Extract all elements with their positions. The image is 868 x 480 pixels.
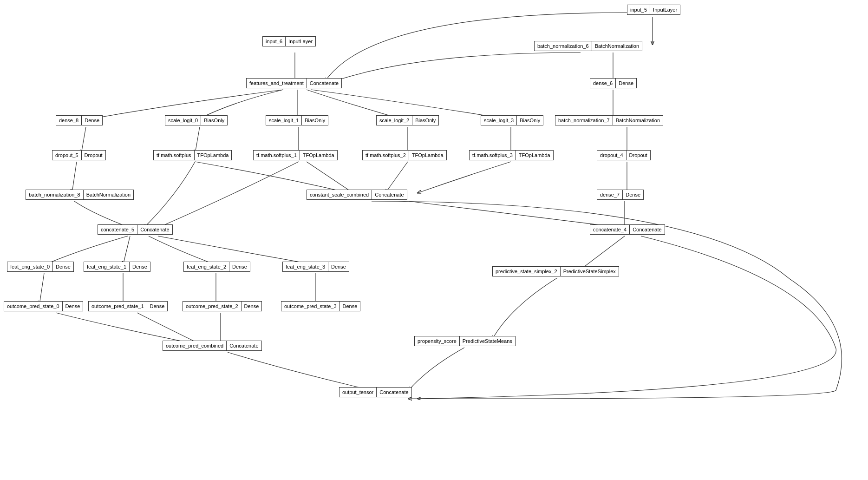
node-scale_logit_1-name: scale_logit_1 — [266, 116, 302, 125]
node-outcome_3-name: outcome_pred_state_3 — [281, 302, 340, 311]
node-tf_softplus_0: tf.math.softplus TFOpLambda — [153, 150, 232, 160]
node-dropout_5-name: dropout_5 — [52, 151, 82, 160]
node-scale_logit_1: scale_logit_1 BiasOnly — [266, 115, 328, 125]
node-outcome_0-name: outcome_pred_state_0 — [4, 302, 63, 311]
node-dense_6: dense_6 Dense — [590, 78, 637, 88]
node-concat_4: concatenate_4 Concatenate — [590, 224, 665, 235]
svg-line-18 — [39, 273, 44, 304]
node-feat_eng_0-name: feat_eng_state_0 — [7, 262, 53, 271]
node-output_tensor: output_tensor Concatenate — [339, 387, 412, 397]
node-batch_norm_6-name: batch_normalization_6 — [535, 41, 592, 51]
node-const_scale: constant_scale_combined Concatenate — [307, 190, 407, 200]
graph-container: input_6 InputLayer input_5 InputLayer ba… — [0, 0, 868, 480]
node-tf_softplus_0-name: tf.math.softplus — [154, 151, 195, 160]
node-features_concat: features_and_treatment Concatenate — [246, 78, 342, 88]
node-propensity-name: propensity_score — [415, 336, 460, 346]
node-dense_8: dense_8 Dense — [56, 115, 103, 125]
node-feat_eng_3: feat_eng_state_3 Dense — [282, 262, 349, 272]
node-input_6-type: InputLayer — [286, 37, 315, 46]
node-feat_eng_2-name: feat_eng_state_2 — [184, 262, 229, 271]
node-features_concat-type: Concatenate — [307, 79, 341, 88]
node-dense_7-type: Dense — [623, 190, 643, 199]
node-pred_simplex_2-type: PredictiveStateSimplex — [561, 267, 619, 276]
node-batch_norm_7-name: batch_normalization_7 — [555, 116, 613, 125]
node-outcome_2-name: outcome_pred_state_2 — [183, 302, 241, 311]
node-batch_norm_8: batch_normalization_8 BatchNormalization — [26, 190, 134, 200]
node-batch_norm_8-name: batch_normalization_8 — [26, 190, 84, 199]
node-dropout_5: dropout_5 Dropout — [52, 150, 106, 160]
node-feat_eng_1: feat_eng_state_1 Dense — [84, 262, 150, 272]
node-feat_eng_3-name: feat_eng_state_3 — [283, 262, 328, 271]
svg-line-12 — [307, 162, 353, 193]
node-outcome_combined-type: Concatenate — [227, 341, 261, 350]
node-tf_softplus_3: tf.math.softplus_3 TFOpLambda — [469, 150, 554, 160]
node-scale_logit_3-name: scale_logit_3 — [481, 116, 517, 125]
node-pred_simplex_2: predictive_state_simplex_2 PredictiveSta… — [492, 266, 619, 276]
node-batch_norm_7: batch_normalization_7 BatchNormalization — [555, 115, 663, 125]
node-outcome_combined-name: outcome_pred_combined — [163, 341, 227, 350]
node-feat_eng_1-name: feat_eng_state_1 — [84, 262, 130, 271]
node-tf_softplus_1-type: TFOpLambda — [300, 151, 337, 160]
node-batch_norm_6-type: BatchNormalization — [592, 41, 642, 51]
node-dropout_4: dropout_4 Dropout — [597, 150, 651, 160]
node-features_concat-name: features_and_treatment — [247, 79, 307, 88]
node-feat_eng_3-type: Dense — [328, 262, 349, 271]
node-outcome_2: outcome_pred_state_2 Dense — [183, 301, 262, 311]
node-concat_5-type: Concatenate — [137, 225, 172, 234]
node-output_tensor-name: output_tensor — [339, 388, 377, 397]
node-const_scale-type: Concatenate — [372, 190, 406, 199]
node-propensity: propensity_score PredictiveStateMeans — [414, 336, 516, 346]
node-outcome_3: outcome_pred_state_3 Dense — [281, 301, 360, 311]
node-feat_eng_0: feat_eng_state_0 Dense — [7, 262, 74, 272]
node-feat_eng_0-type: Dense — [53, 262, 73, 271]
node-dropout_4-name: dropout_4 — [597, 151, 627, 160]
node-input_6: input_6 InputLayer — [262, 36, 316, 46]
node-concat_4-type: Concatenate — [630, 225, 664, 234]
node-scale_logit_1-type: BiasOnly — [302, 116, 328, 125]
node-input_5-type: InputLayer — [650, 5, 680, 14]
node-pred_simplex_2-name: predictive_state_simplex_2 — [493, 267, 561, 276]
node-const_scale-name: constant_scale_combined — [307, 190, 372, 199]
node-scale_logit_0-name: scale_logit_0 — [165, 116, 201, 125]
node-batch_norm_6: batch_normalization_6 BatchNormalization — [534, 41, 642, 51]
node-scale_logit_2-name: scale_logit_2 — [377, 116, 412, 125]
node-feat_eng_1-type: Dense — [130, 262, 150, 271]
node-dense_6-type: Dense — [616, 79, 636, 88]
node-scale_logit_3: scale_logit_3 BiasOnly — [481, 115, 543, 125]
node-batch_norm_7-type: BatchNormalization — [613, 116, 663, 125]
node-dropout_5-type: Dropout — [82, 151, 105, 160]
node-dense_7: dense_7 Dense — [597, 190, 644, 200]
node-output_tensor-type: Concatenate — [377, 388, 411, 397]
svg-line-13 — [385, 162, 408, 193]
node-tf_softplus_2-type: TFOpLambda — [409, 151, 446, 160]
svg-line-17 — [581, 236, 625, 270]
node-concat_5-name: concatenate_5 — [98, 225, 137, 234]
node-concat_4-name: concatenate_4 — [590, 225, 630, 234]
node-feat_eng_2-type: Dense — [229, 262, 250, 271]
node-feat_eng_2: feat_eng_state_2 Dense — [183, 262, 250, 272]
node-tf_softplus_3-name: tf.math.softplus_3 — [470, 151, 516, 160]
node-outcome_1-name: outcome_pred_state_1 — [89, 302, 147, 311]
node-tf_softplus_1-name: tf.math.softplus_1 — [254, 151, 300, 160]
node-input_5-name: input_5 — [627, 5, 650, 14]
node-scale_logit_3-type: BiasOnly — [517, 116, 543, 125]
node-outcome_0-type: Dense — [63, 302, 83, 311]
node-scale_logit_0: scale_logit_0 BiasOnly — [165, 115, 228, 125]
svg-line-6 — [195, 127, 200, 153]
node-scale_logit_2: scale_logit_2 BiasOnly — [376, 115, 439, 125]
svg-line-5 — [81, 127, 86, 153]
node-outcome_2-type: Dense — [241, 302, 262, 311]
node-outcome_0: outcome_pred_state_0 Dense — [4, 301, 83, 311]
node-outcome_1: outcome_pred_state_1 Dense — [88, 301, 168, 311]
node-dense_8-type: Dense — [82, 116, 102, 125]
node-tf_softplus_1: tf.math.softplus_1 TFOpLambda — [253, 150, 338, 160]
svg-line-11 — [72, 162, 77, 193]
node-scale_logit_0-type: BiasOnly — [201, 116, 227, 125]
svg-line-16 — [123, 236, 130, 265]
node-input_6-name: input_6 — [263, 37, 286, 46]
node-outcome_combined: outcome_pred_combined Concatenate — [163, 341, 262, 351]
node-outcome_3-type: Dense — [340, 302, 360, 311]
node-tf_softplus_0-type: TFOpLambda — [195, 151, 232, 160]
node-batch_norm_8-type: BatchNormalization — [84, 190, 133, 199]
node-dense_7-name: dense_7 — [597, 190, 623, 199]
